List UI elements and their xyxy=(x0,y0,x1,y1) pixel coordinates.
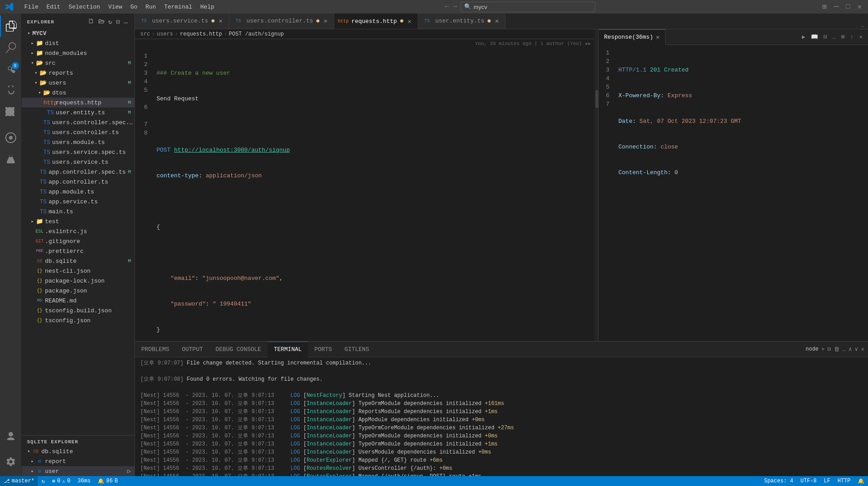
search-input[interactable] xyxy=(461,2,595,12)
status-spaces[interactable]: Spaces: 4 xyxy=(761,476,797,486)
terminal-add-icon[interactable]: + xyxy=(821,346,825,353)
response-action-expand[interactable]: ↑ xyxy=(848,33,855,41)
activity-item-extensions[interactable] xyxy=(0,102,22,123)
tree-item-user-entity[interactable]: TS user.entity.ts M xyxy=(22,108,134,117)
status-encoding[interactable]: UTF-8 xyxy=(797,476,820,486)
menu-terminal[interactable]: Terminal xyxy=(161,3,196,11)
tree-item-gitignore[interactable]: GIT .gitignore xyxy=(22,236,134,246)
status-errors[interactable]: ⊗ 0 ⚠ 0 xyxy=(49,476,74,486)
activity-item-remote[interactable] xyxy=(0,127,22,148)
layout-icon[interactable]: ⊞ xyxy=(822,2,827,11)
nav-back-icon[interactable]: ← xyxy=(445,3,449,11)
tree-item-package-json[interactable]: {} package.json xyxy=(22,286,134,296)
activity-item-accounts[interactable] xyxy=(0,426,22,447)
tree-item-dtos[interactable]: ▾ 📂 dtos xyxy=(22,88,134,98)
terminal-content[interactable]: [오후 9:07:07] File change detected. Start… xyxy=(135,357,868,476)
tab-users-controller[interactable]: TS users.controller.ts ● ✕ xyxy=(229,14,334,29)
terminal-tab-problems[interactable]: PROBLEMS xyxy=(135,342,175,357)
response-action-more[interactable]: … xyxy=(831,33,838,41)
terminal-tab-ports[interactable]: PORTS xyxy=(308,342,338,357)
breadcrumb-post[interactable]: POST /auth/signup xyxy=(229,31,284,37)
breadcrumb-requests-http[interactable]: requests.http xyxy=(180,31,222,37)
tree-item-package-lock[interactable]: {} package-lock.json xyxy=(22,276,134,286)
status-branch[interactable]: ⎇ master* xyxy=(0,476,38,486)
tab-close-users-service[interactable]: ✕ xyxy=(218,16,223,26)
menu-help[interactable]: Help xyxy=(197,3,218,11)
activity-item-explorer[interactable] xyxy=(0,15,22,37)
response-action-close2[interactable]: ✕ xyxy=(857,32,864,41)
tree-item-readme[interactable]: MD README.md xyxy=(22,296,134,306)
tree-item-app-service[interactable]: TS app.service.ts xyxy=(22,197,134,207)
tree-item-app-module[interactable]: TS app.module.ts xyxy=(22,187,134,197)
minimize-button[interactable]: ─ xyxy=(834,2,839,11)
tree-item-sqlite-report[interactable]: ▸ ⊞ report xyxy=(22,456,134,466)
status-sync[interactable]: ↻ xyxy=(38,476,48,486)
status-eol[interactable]: LF xyxy=(820,476,834,486)
terminal-tab-output[interactable]: OUTPUT xyxy=(175,342,209,357)
tree-item-users-service[interactable]: TS users.service.ts xyxy=(22,157,134,167)
tree-item-sqlite-db[interactable]: ▾ DB db.sqlite xyxy=(22,446,134,456)
response-tab-active[interactable]: Response(36ms) ✕ xyxy=(599,29,666,45)
activity-item-source-control[interactable]: 9 xyxy=(0,58,22,80)
tree-item-users-module[interactable]: TS users.module.ts xyxy=(22,137,134,147)
terminal-chevron-up-icon[interactable]: ∧ xyxy=(849,346,852,353)
tab-users-service[interactable]: TS users.service.ts ● ✕ xyxy=(135,14,229,29)
breadcrumb-users[interactable]: users xyxy=(157,31,173,37)
terminal-more-icon[interactable]: … xyxy=(842,346,846,353)
menu-go[interactable]: Go xyxy=(127,3,141,11)
tree-item-db-sqlite[interactable]: DB db.sqlite M xyxy=(22,256,134,266)
code-area[interactable]: ### Create a new user Send Request POST … xyxy=(153,48,595,341)
tree-item-users[interactable]: ▾ 📂 users M xyxy=(22,78,134,88)
terminal-trash-icon[interactable]: 🗑 xyxy=(834,346,840,353)
tree-item-app-controller[interactable]: TS app.controller.ts xyxy=(22,177,134,187)
nav-forward-icon[interactable]: → xyxy=(452,3,457,11)
more-actions-icon[interactable]: … xyxy=(123,17,129,27)
tree-item-nest-cli[interactable]: {} nest-cli.json xyxy=(22,266,134,276)
status-notifications2[interactable]: 🔔 xyxy=(854,476,868,486)
terminal-tab-terminal[interactable]: TERMINAL xyxy=(268,342,308,357)
tree-item-users-controller[interactable]: TS users.controller.ts xyxy=(22,127,134,137)
refresh-icon[interactable]: ↻ xyxy=(107,17,113,27)
tree-item-tsconfig-build[interactable]: {} tsconfig.build.json xyxy=(22,306,134,315)
menu-selection[interactable]: Selection xyxy=(65,3,103,11)
title-bar-menu[interactable]: File Edit Selection View Go Run Terminal… xyxy=(21,3,218,11)
close-button[interactable]: ✕ xyxy=(857,2,862,11)
tree-item-requests-http[interactable]: http requests.http M xyxy=(22,98,134,108)
tree-item-app-controller-spec[interactable]: TS app.controller.spec.ts M xyxy=(22,167,134,177)
editor-content[interactable]: 1 2 3 4 5 6 7 8 ### Create a new user xyxy=(135,48,595,341)
response-action-split[interactable]: ⊟ xyxy=(822,32,829,41)
menu-view[interactable]: View xyxy=(105,3,126,11)
tree-item-dist[interactable]: ▸ 📁 dist xyxy=(22,38,134,48)
tree-item-users-service-spec[interactable]: TS users.service.spec.ts xyxy=(22,147,134,157)
activity-item-search[interactable] xyxy=(0,37,22,58)
tree-item-eslintrc[interactable]: ESL .eslintrc.js xyxy=(22,226,134,236)
response-action-layout[interactable]: ⊞ xyxy=(840,32,847,41)
tree-item-reports[interactable]: ▾ 📂 reports xyxy=(22,68,134,78)
response-action-book[interactable]: 📖 xyxy=(809,32,820,41)
tree-item-prettierrc[interactable]: PRE .prettierrc xyxy=(22,246,134,256)
maximize-button[interactable]: □ xyxy=(846,3,850,11)
tree-item-tsconfig[interactable]: {} tsconfig.json xyxy=(22,315,134,325)
terminal-chevron-down-icon[interactable]: ∨ xyxy=(855,346,858,353)
terminal-tab-debug-console[interactable]: DEBUG CONSOLE xyxy=(209,342,267,357)
tab-requests-http[interactable]: http requests.http ● ✕ xyxy=(334,14,418,29)
new-file-icon[interactable]: 🗋 xyxy=(87,17,95,27)
activity-item-settings[interactable] xyxy=(0,451,22,472)
tree-item-node-modules[interactable]: ▸ 📁 node_modules xyxy=(22,48,134,58)
tab-more-icon[interactable]: … xyxy=(861,22,864,29)
tree-item-main[interactable]: TS main.ts xyxy=(22,207,134,216)
status-language[interactable]: HTTP xyxy=(834,476,854,486)
tree-item-src[interactable]: ▾ 📂 src M xyxy=(22,58,134,68)
tree-item-sqlite-user[interactable]: ▸ ⊞ user ▷ xyxy=(22,466,134,476)
menu-run[interactable]: Run xyxy=(142,3,159,11)
scroll-indicator[interactable] xyxy=(595,90,598,108)
terminal-close-icon[interactable]: ✕ xyxy=(861,346,864,353)
tree-item-mycv[interactable]: ▾ MYCV xyxy=(22,28,134,38)
tab-close-user-entity[interactable]: ✕ xyxy=(494,16,499,26)
status-notifications[interactable]: 🔔 86 B xyxy=(94,476,121,486)
tab-close-users-controller[interactable]: ✕ xyxy=(323,16,328,26)
tree-item-users-controller-spec[interactable]: TS users.controller.spec.ts xyxy=(22,117,134,127)
tab-user-entity[interactable]: TS user.entity.ts ● ✕ xyxy=(418,14,506,29)
new-folder-icon[interactable]: 🗁 xyxy=(97,17,106,27)
tree-item-test[interactable]: ▸ 📁 test xyxy=(22,216,134,226)
